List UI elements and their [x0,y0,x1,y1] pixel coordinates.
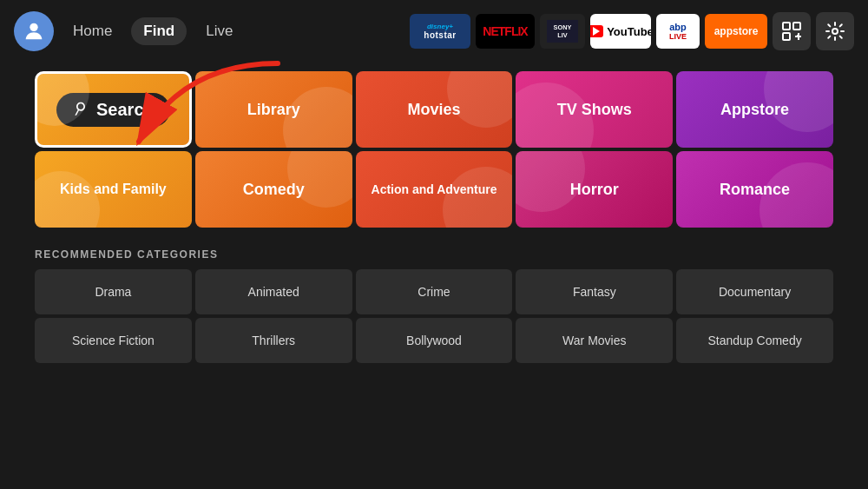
abp-logo[interactable]: abp LIVE [656,14,700,49]
rec-tile-scifi[interactable]: Science Fiction [35,318,192,363]
youtube-label: YouTube [607,25,651,38]
library-tile[interactable]: Library [195,71,352,148]
grid-icon-btn[interactable] [773,12,811,50]
rec-tile-bollywood[interactable]: Bollywood [356,318,513,363]
deco-circle [287,151,352,208]
comedy-tile[interactable]: Comedy [195,151,352,228]
rec-tile-animated[interactable]: Animated [195,269,352,314]
horror-tile[interactable]: Horror [516,151,673,228]
svg-point-0 [30,23,37,31]
svg-rect-6 [783,33,790,40]
appstore-tile[interactable]: Appstore [676,71,833,148]
rec-tile-drama[interactable]: Drama [35,269,192,314]
rec-tile-crime[interactable]: Crime [356,269,513,314]
deco-circle [447,71,512,128]
netflix-label: NETFLIX [483,24,527,38]
deco-circle [283,87,352,148]
rec-tile-war[interactable]: War Movies [516,318,673,363]
svg-text:SONY: SONY [554,23,572,31]
svg-text:LIV: LIV [557,31,568,39]
deco-circle [443,167,512,228]
svg-rect-4 [783,23,790,30]
youtube-play-icon [590,25,603,37]
nav-live[interactable]: Live [194,17,245,45]
nav-find[interactable]: Find [131,17,187,45]
appstore-logo[interactable]: appstore [705,14,767,49]
youtube-logo[interactable]: YouTube [590,14,651,49]
sony-logo[interactable]: SONY LIV [540,14,585,49]
rec-tile-thrillers[interactable]: Thrillers [195,318,352,363]
rec-section-label: RECOMMENDED CATEGORIES [35,248,833,261]
movies-tile[interactable]: Movies [356,71,513,148]
search-tile[interactable]: Search [35,71,192,148]
romance-tile[interactable]: Romance [676,151,833,228]
streaming-logos: disney+ hotstar NETFLIX SONY LIV YouTube… [410,12,854,50]
deco-circle [760,162,833,228]
rec-tile-documentary[interactable]: Documentary [676,269,833,314]
deco-circle [516,83,594,148]
deco-circle [35,171,100,228]
action-tile[interactable]: Action and Adventure [356,151,513,228]
deco-circle [764,71,833,132]
svg-rect-5 [793,23,800,30]
category-grid: Search Library Movies TV Shows Appstore … [35,71,833,228]
main-content: Search Library Movies TV Shows Appstore … [0,63,868,372]
header: Home Find Live disney+ hotstar NETFLIX S… [0,0,868,63]
tvshows-tile[interactable]: TV Shows [516,71,673,148]
recommended-section: RECOMMENDED CATEGORIES Drama Animated Cr… [35,248,833,363]
rec-tile-fantasy[interactable]: Fantasy [516,269,673,314]
hotstar-logo[interactable]: disney+ hotstar [410,14,470,49]
appstore-label: appstore [714,25,759,37]
nav-home[interactable]: Home [61,17,124,45]
search-label: Search [96,100,155,120]
kids-tile[interactable]: Kids and Family [35,151,192,228]
netflix-logo[interactable]: NETFLIX [476,14,535,49]
settings-icon-btn[interactable] [816,12,854,50]
svg-point-11 [832,29,838,34]
rec-tile-standup[interactable]: Standup Comedy [676,318,833,363]
deco-circle [516,151,585,212]
rec-grid: Drama Animated Crime Fantasy Documentary… [35,269,833,363]
avatar[interactable] [14,11,54,51]
